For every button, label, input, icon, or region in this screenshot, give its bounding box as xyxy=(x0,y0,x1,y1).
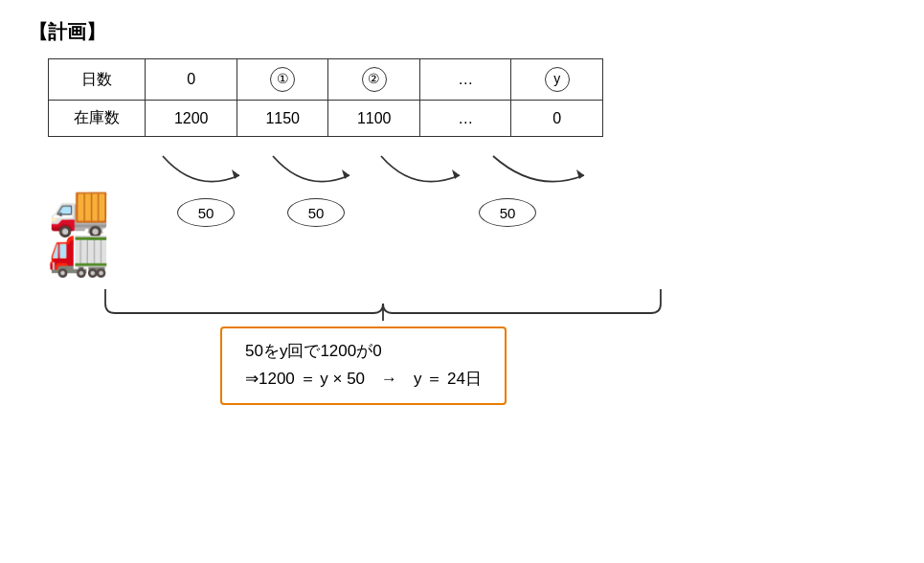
header-days: 日数 xyxy=(49,59,146,101)
bottom-box: 50をy回で1200が0 ⇒1200 ＝ y × 50 → y ＝ 24日 xyxy=(220,327,507,405)
day-0: 0 xyxy=(146,59,237,101)
brace-area xyxy=(48,284,699,323)
brace-svg xyxy=(48,284,699,323)
plan-table: 日数 0 ① ② … y 在庫数 1200 1150 1100 … 0 xyxy=(48,58,603,137)
truck-icon: 🚚 🚛 xyxy=(48,185,110,275)
stock-1: 1150 xyxy=(237,101,328,137)
stock-y: 0 xyxy=(511,101,603,137)
day-2: ② xyxy=(328,59,420,101)
oval-2: 50 xyxy=(287,198,345,227)
header-stock: 在庫数 xyxy=(49,101,146,137)
plan-title: 【計画】 xyxy=(29,19,895,45)
bottom-line2: ⇒1200 ＝ y × 50 → y ＝ 24日 xyxy=(245,366,482,394)
day-1: ① xyxy=(237,59,328,101)
stock-0: 1200 xyxy=(146,101,237,137)
oval-3: 50 xyxy=(479,198,536,227)
stock-ellipsis: … xyxy=(419,101,511,137)
stock-2: 1100 xyxy=(328,101,420,137)
oval-1: 50 xyxy=(177,198,235,227)
day-ellipsis: … xyxy=(419,59,511,101)
day-y: y xyxy=(511,59,603,101)
bottom-line1: 50をy回で1200が0 xyxy=(245,338,482,366)
